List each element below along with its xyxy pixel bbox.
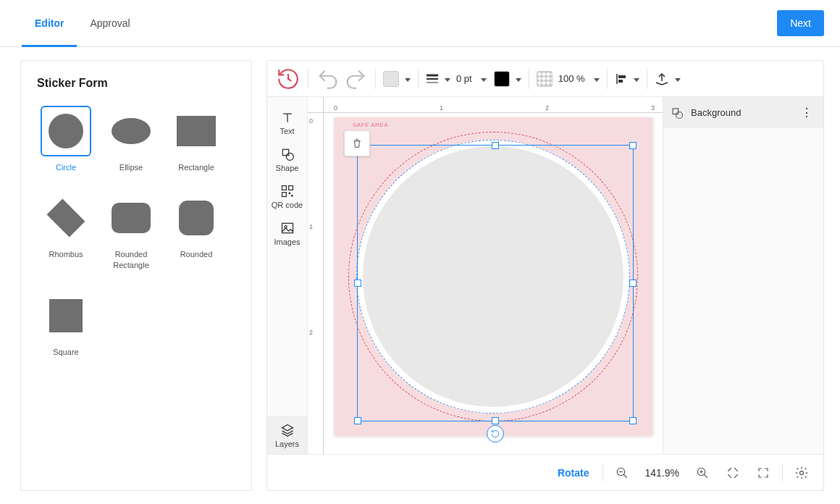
resize-handle[interactable] [629,417,637,424]
align-picker[interactable] [615,72,639,85]
svg-point-24 [800,471,804,474]
svg-line-21 [704,474,707,478]
tool-layers[interactable]: Layers [267,416,307,454]
arrange-picker[interactable] [655,72,681,85]
chevron-down-icon [513,73,521,84]
tool-shape[interactable]: Shape [267,141,307,178]
undo-icon[interactable] [316,67,340,91]
fill-swatch-icon [383,71,399,87]
svg-rect-11 [288,193,290,195]
shape-option-ellipse[interactable]: Ellipse [102,106,160,172]
resize-handle[interactable] [629,142,637,149]
resize-handle[interactable] [354,417,361,424]
tab-editor[interactable]: Editor [22,0,77,46]
panel-title: Sticker Form [37,77,235,90]
svg-rect-10 [282,193,286,197]
next-button[interactable]: Next [777,10,824,36]
zoom-in-button[interactable] [691,461,714,484]
editor-panel: 0 pt 100 % [266,60,824,491]
svg-rect-5 [618,80,623,83]
stroke-color-picker[interactable] [494,71,521,87]
bottombar: Rotate 141.9% [267,454,823,490]
svg-rect-6 [282,149,288,155]
stroke-swatch-icon [494,71,510,87]
shape-option-rectangle[interactable]: Rectangle [167,106,225,172]
qrcode-icon [280,184,295,198]
stroke-width-value[interactable]: 0 pt [453,73,475,84]
arrange-icon [655,72,669,85]
fit-screen-button[interactable] [721,461,744,484]
image-icon [280,221,295,235]
safe-area-label: SAFE AREA [353,122,388,128]
selection-box[interactable] [357,145,634,421]
rotate-button[interactable]: Rotate [552,467,595,479]
resize-handle[interactable] [492,142,499,149]
shape-label: Rounded Rectangle [102,249,160,270]
zoom-out-icon [616,466,629,479]
redo-icon[interactable] [343,67,368,91]
svg-rect-8 [282,186,286,190]
svg-rect-13 [282,223,293,232]
zoom-out-button[interactable] [610,461,634,484]
history-icon[interactable] [276,67,301,91]
tool-images[interactable]: Images [267,215,307,252]
rotate-handle[interactable] [487,425,504,442]
svg-point-7 [286,153,293,160]
header-tabs: Editor Approval [0,0,143,46]
svg-point-16 [676,112,683,118]
rotate-icon [490,429,500,439]
shape-label: Square [53,347,78,357]
canvas-area[interactable]: 0 1 2 3 0 1 2 SAFE AREA [308,97,663,454]
shape-label: Rounded [180,249,213,259]
resize-handle[interactable] [354,280,361,287]
toolbar: 0 pt 100 % [267,61,823,97]
sticker-form-panel: Sticker Form Circle Ellipse Rectangle Rh… [20,60,252,491]
shape-label: Ellipse [119,162,143,172]
align-icon [615,72,628,85]
zoom-level[interactable]: 141.9% [641,467,684,479]
chevron-down-icon [672,73,681,84]
tool-sidebar: Text Shape QR code Images [267,97,308,454]
svg-line-18 [623,474,627,478]
tab-approval[interactable]: Approval [77,0,143,46]
fullscreen-icon [757,466,770,479]
layers-icon [280,423,295,437]
shape-label: Rectangle [178,162,214,172]
shape-option-square[interactable]: Square [37,290,95,357]
trash-icon [351,137,363,150]
delete-button[interactable] [344,130,370,156]
settings-button[interactable] [790,461,813,484]
svg-rect-9 [288,186,293,190]
zoom-in-icon [696,466,709,479]
svg-rect-12 [291,195,293,197]
svg-rect-15 [673,109,679,114]
ruler-vertical: 0 1 2 [308,113,324,454]
tool-text[interactable]: Text [267,104,307,141]
stroke-lines-icon [426,74,439,84]
resize-handle[interactable] [492,417,499,424]
tool-qrcode[interactable]: QR code [267,178,307,215]
chevron-down-icon[interactable] [478,73,487,84]
stroke-style-picker[interactable] [426,73,450,84]
artboard[interactable]: SAFE AREA [334,117,652,436]
shape-option-rhombus[interactable]: Rhombus [37,193,95,270]
ruler-corner [308,97,324,113]
layers-panel: Background ⋮ [663,97,823,454]
more-icon[interactable]: ⋮ [798,106,816,119]
opacity-value: 100 % [555,73,588,84]
topbar: Editor Approval Next [0,0,840,47]
layer-background[interactable]: Background ⋮ [663,97,823,128]
chevron-down-icon [591,73,600,84]
fullscreen-button[interactable] [752,461,775,484]
svg-rect-4 [618,75,626,78]
shape-option-rounded[interactable]: Rounded [167,193,225,270]
text-icon [280,110,295,125]
fill-color-picker[interactable] [383,71,411,87]
shape-option-rounded-rectangle[interactable]: Rounded Rectangle [102,193,160,270]
fit-icon [726,466,739,479]
ruler-horizontal: 0 1 2 3 [324,97,663,113]
opacity-picker[interactable]: 100 % [537,71,600,87]
shape-option-circle[interactable]: Circle [37,106,95,172]
resize-handle[interactable] [629,280,637,287]
shape-label: Rhombus [49,249,83,259]
